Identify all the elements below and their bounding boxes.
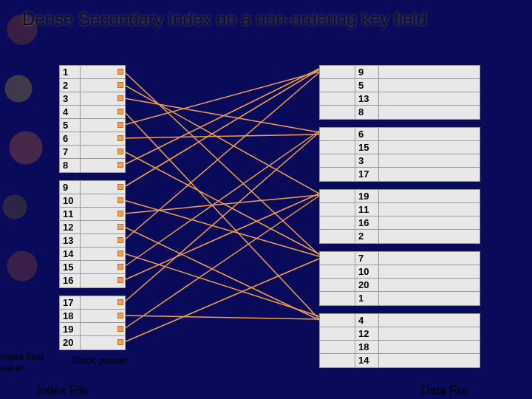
svg-line-16	[124, 132, 319, 302]
data-rest-cell	[379, 79, 480, 92]
pointer-icon	[117, 135, 123, 141]
data-row: 12	[320, 327, 480, 341]
svg-line-2	[124, 98, 319, 132]
data-key-cell: 4	[355, 314, 379, 327]
svg-line-12	[124, 72, 319, 240]
index-row: 9	[60, 181, 125, 194]
data-row: 3	[320, 154, 480, 168]
index-pointer-cell	[81, 92, 125, 105]
index-row: 10	[60, 194, 125, 208]
data-rest-cell	[379, 66, 480, 78]
data-leading-cell	[320, 190, 355, 202]
index-pointer-cell	[81, 119, 125, 132]
data-block: 1911162	[319, 189, 480, 244]
svg-line-9	[124, 200, 319, 256]
index-row: 19	[60, 323, 125, 336]
data-key-cell: 12	[355, 327, 379, 340]
index-pointer-cell	[81, 274, 125, 287]
data-row: 10	[320, 265, 480, 279]
index-row: 12	[60, 221, 125, 234]
svg-line-19	[124, 259, 319, 342]
index-key-cell: 8	[60, 159, 81, 172]
index-row: 15	[60, 261, 125, 274]
data-leading-cell	[320, 252, 355, 265]
page-title: Dense Secondary Index on a non-ordering …	[22, 9, 426, 30]
pointer-icon	[117, 211, 123, 216]
index-key-cell: 17	[60, 296, 81, 309]
index-row: 20	[60, 336, 125, 349]
data-rest-cell	[379, 203, 480, 216]
data-key-cell: 3	[355, 154, 379, 167]
data-rest-cell	[379, 216, 480, 229]
index-row: 14	[60, 248, 125, 261]
index-pointer-cell	[81, 194, 125, 207]
data-leading-cell	[320, 79, 355, 92]
svg-line-1	[124, 85, 319, 194]
pointer-icon	[117, 250, 123, 256]
index-pointer-cell	[81, 336, 125, 349]
index-pointer-cell	[81, 248, 125, 260]
index-pointer-cell	[81, 310, 125, 322]
data-leading-cell	[320, 341, 355, 353]
data-rest-cell	[379, 354, 480, 367]
data-rest-cell	[379, 154, 480, 167]
data-row: 5	[320, 79, 480, 92]
svg-line-5	[124, 134, 319, 138]
data-leading-cell	[320, 279, 355, 291]
data-block: 4121814	[319, 313, 480, 368]
data-row: 17	[320, 168, 480, 181]
index-key-cell: 15	[60, 261, 81, 273]
data-leading-cell	[320, 168, 355, 181]
index-row: 2	[60, 79, 125, 92]
data-key-cell: 19	[355, 190, 379, 202]
index-row: 17	[60, 296, 125, 310]
index-row: 8	[60, 159, 125, 172]
data-rest-cell	[379, 230, 480, 243]
index-row: 6	[60, 132, 125, 146]
index-row: 1	[60, 66, 125, 79]
pointer-icon	[117, 326, 123, 332]
data-row: 16	[320, 216, 480, 230]
index-pointer-cell	[81, 79, 125, 92]
pointer-icon	[117, 149, 123, 154]
data-leading-cell	[320, 314, 355, 327]
data-block: 710201	[319, 251, 480, 306]
index-key-cell: 1	[60, 66, 81, 78]
data-key-cell: 16	[355, 216, 379, 229]
index-row: 3	[60, 92, 125, 106]
index-key-cell: 14	[60, 248, 81, 260]
data-row: 1	[320, 292, 480, 305]
index-row: 4	[60, 106, 125, 119]
data-row: 8	[320, 106, 480, 119]
pointer-icon	[117, 237, 123, 243]
data-row: 13	[320, 92, 480, 106]
index-row: 5	[60, 119, 125, 132]
svg-line-15	[124, 194, 319, 280]
pointer-icon	[117, 82, 123, 88]
data-block: 95138	[319, 65, 480, 120]
data-rest-cell	[379, 265, 480, 278]
data-leading-cell	[320, 203, 355, 216]
pointer-icon	[117, 313, 123, 318]
pointer-icon	[117, 264, 123, 270]
data-key-cell: 14	[355, 354, 379, 367]
data-block: 615317	[319, 127, 480, 182]
data-row: 15	[320, 141, 480, 154]
data-row: 20	[320, 279, 480, 292]
index-key-cell: 11	[60, 208, 81, 220]
data-rest-cell	[379, 141, 480, 154]
label-index-field-value: Index field value	[0, 351, 44, 373]
index-pointer-cell	[81, 146, 125, 158]
index-pointer-cell	[81, 181, 125, 194]
index-row: 7	[60, 146, 125, 159]
data-key-cell: 15	[355, 141, 379, 154]
index-key-cell: 3	[60, 92, 81, 105]
data-rest-cell	[379, 252, 480, 265]
label-data-file: Data File	[421, 384, 468, 398]
index-key-cell: 19	[60, 323, 81, 335]
index-key-cell: 13	[60, 234, 81, 247]
data-row: 7	[320, 252, 480, 265]
data-key-cell: 20	[355, 279, 379, 291]
data-key-cell: 5	[355, 79, 379, 92]
index-key-cell: 12	[60, 221, 81, 233]
